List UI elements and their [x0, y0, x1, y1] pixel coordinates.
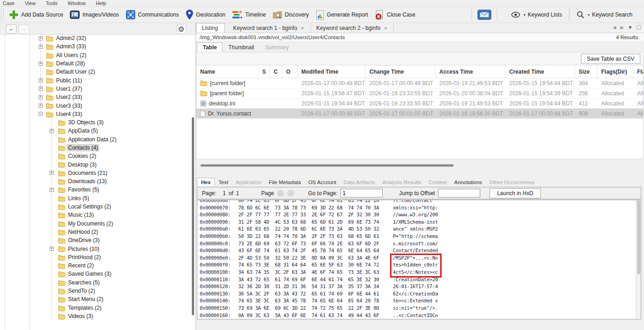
tab-scroll-right-icon[interactable]: ▶	[620, 25, 624, 30]
tree-item-default-user[interactable]: Default User (2)	[0, 68, 196, 76]
previous-page-icon[interactable]: ←	[277, 190, 284, 197]
menu-window[interactable]: Window	[68, 0, 86, 6]
toolbar-button-discovery[interactable]: Discovery	[269, 8, 312, 21]
tree-item-appdata[interactable]: +AppData (5)	[0, 127, 196, 135]
close-icon[interactable]: ×	[384, 25, 387, 31]
table-row[interactable]: Dr. Yunus.contact2026-01-17 00:00:48 BDT…	[196, 109, 643, 119]
toolbar-button-images-videos[interactable]: Images/Videos	[66, 8, 122, 21]
tree-item-sendto[interactable]: SendTo (2)	[0, 287, 196, 295]
keyword-lists-button[interactable]: ▾ Keyword Lists	[508, 10, 565, 19]
tree-expander-icon[interactable]: −	[39, 112, 43, 116]
tree-item-start-menu[interactable]: Start Menu (2)	[0, 295, 196, 303]
column-header-fla[interactable]: Fla	[633, 65, 644, 78]
tree-item-nethood[interactable]: NetHood (2)	[0, 228, 196, 236]
tab-scroll-left-icon[interactable]: ◀	[613, 25, 616, 30]
toolbar-button-communications[interactable]: Communications	[122, 8, 182, 21]
tree-item-favorites[interactable]: +Favorites (5)	[0, 185, 196, 194]
column-header-c[interactable]: C	[270, 65, 282, 78]
tree-item-recent[interactable]: Recent (2)	[0, 261, 196, 270]
menu-tools[interactable]: Tools	[46, 0, 58, 6]
table-row[interactable]: [current folder]2026-01-17 00:00:48 BDT2…	[196, 78, 643, 88]
view-tab-thumbnail[interactable]: Thumbnail	[223, 43, 259, 52]
tree-item-user1[interactable]: +User1 (37)	[0, 85, 196, 93]
viewer-tab-file-metadata[interactable]: File Metadata	[265, 178, 305, 186]
tree-item-templates[interactable]: Templates (2)	[0, 304, 196, 312]
menu-case[interactable]: Case	[3, 0, 15, 6]
next-page-icon[interactable]: →	[287, 190, 294, 197]
tree-vertical-scrollbar[interactable]	[192, 35, 194, 330]
tree-item-contacts[interactable]: Contacts (4)	[0, 144, 196, 152]
tree-item-printhood[interactable]: PrintHood (2)	[0, 253, 196, 261]
tree-item-default[interactable]: +Default (28)	[0, 59, 196, 68]
tree-expander-icon[interactable]: +	[39, 78, 43, 82]
tree-expander-icon[interactable]: +	[50, 247, 54, 251]
column-header-access-time[interactable]: Access Time	[436, 65, 506, 78]
column-header-change-time[interactable]: Change Time	[366, 65, 436, 78]
tree-item-user2[interactable]: +User2 (33)	[0, 93, 196, 101]
launch-in-hxd-button[interactable]: Launch in HxD	[489, 188, 541, 198]
goto-page-input[interactable]	[340, 189, 383, 197]
tree-expander-icon[interactable]: +	[39, 62, 43, 66]
menu-help[interactable]: Help	[96, 0, 106, 6]
hex-vertical-scrollbar[interactable]	[636, 200, 641, 319]
tree-item-user3[interactable]: +User3 (33)	[0, 101, 196, 110]
jump-to-offset-input[interactable]	[438, 189, 480, 197]
tab-keyword-search-1-bginfo[interactable]: Keyword search 1 - bginfo×	[228, 23, 311, 33]
viewer-tab-text[interactable]: Text	[215, 178, 232, 186]
tree-expander-icon[interactable]: +	[39, 36, 43, 41]
column-header-flags-dir[interactable]: Flags(Dir)	[598, 65, 633, 78]
tree-expander-icon[interactable]: +	[39, 95, 43, 99]
column-header-size[interactable]: Size	[575, 65, 598, 78]
column-header-o[interactable]: O	[282, 65, 298, 78]
tree-expander-icon[interactable]: +	[39, 104, 43, 108]
view-tab-table[interactable]: Table	[197, 42, 223, 52]
tab-listing[interactable]: Listing	[196, 23, 225, 33]
keyword-search-button[interactable]: ▾ Keyword Search	[573, 9, 636, 20]
tree-item-saved-games[interactable]: Saved Games (3)	[0, 270, 196, 278]
tree-item-application-data[interactable]: Application Data (2)	[0, 135, 196, 144]
tree-item-onedrive[interactable]: OneDrive (3)	[0, 236, 196, 244]
tree-expander-icon[interactable]: +	[39, 45, 43, 49]
tree-item-desktop[interactable]: Desktop (3)	[0, 160, 196, 168]
table-horizontal-scrollbar[interactable]	[201, 164, 454, 167]
viewer-tab-os-account[interactable]: OS Account	[305, 178, 340, 186]
tree-item-public[interactable]: +Public (11)	[0, 76, 196, 84]
tree-expander-icon[interactable]: +	[50, 171, 54, 175]
close-icon[interactable]: ×	[301, 25, 304, 31]
back-button[interactable]: ←	[6, 24, 17, 34]
toolbar-button-generate-report[interactable]: Generate Report	[312, 8, 371, 22]
tree-item-searches[interactable]: Searches (5)	[0, 278, 196, 287]
toolbar-button-close-case[interactable]: Close Case	[371, 8, 419, 22]
table-row[interactable]: desktop.ini2026-01-15 19:54:44 BDT2026-0…	[196, 98, 643, 109]
column-header-name[interactable]: Name	[196, 65, 259, 78]
tree-item-all-users[interactable]: All Users (2)	[0, 51, 196, 59]
column-header-modified-time[interactable]: Modified Time	[298, 65, 366, 78]
toolbar-button-add-data-source[interactable]: Add Data Source	[6, 8, 66, 21]
tree-item-my-documents[interactable]: My Documents (2)	[0, 220, 196, 228]
tree-item-music[interactable]: Music (13)	[0, 211, 196, 219]
forward-button[interactable]: →	[18, 24, 29, 34]
toolbar-button-timeline[interactable]: Timeline	[229, 8, 269, 21]
viewer-tab-annotations[interactable]: Annotations	[450, 178, 486, 186]
tree-item-user4[interactable]: −User4 (33)	[0, 110, 196, 118]
tab-keyword-search-2-bginfo[interactable]: Keyword search 2 - bginfo×	[311, 23, 394, 33]
toolbar-button-geolocation[interactable]: Geolocation	[182, 8, 229, 22]
column-header-created-time[interactable]: Created Time	[506, 65, 575, 78]
column-header-s[interactable]: S	[259, 65, 270, 78]
tab-list-dropdown-icon[interactable]: ▼	[628, 25, 632, 30]
tree-item-documents[interactable]: +Documents (21)	[0, 169, 196, 177]
viewer-tab-hex[interactable]: Hex	[197, 178, 215, 186]
tree-item-cookies[interactable]: Cookies (2)	[0, 152, 196, 160]
tree-item-links[interactable]: Links (5)	[0, 194, 196, 203]
tree-item-admin2[interactable]: +Admin2 (32)	[0, 35, 196, 42]
tree-expander-icon[interactable]: +	[39, 87, 43, 91]
tree-item-pictures[interactable]: +Pictures (10)	[0, 244, 196, 253]
table-row[interactable]: [parent folder]2026-01-15 19:56:47 BDT20…	[196, 88, 643, 98]
save-table-as-csv-button[interactable]: Save Table as CSV	[581, 54, 640, 64]
menu-view[interactable]: View	[25, 0, 36, 6]
maximize-icon[interactable]	[637, 25, 641, 29]
tree-item-downloads[interactable]: Downloads (13)	[0, 177, 196, 185]
tree-item-videos[interactable]: Videos (3)	[0, 312, 196, 320]
messages-button[interactable]	[474, 8, 494, 21]
tree-item-local-settings[interactable]: Local Settings (2)	[0, 203, 196, 211]
